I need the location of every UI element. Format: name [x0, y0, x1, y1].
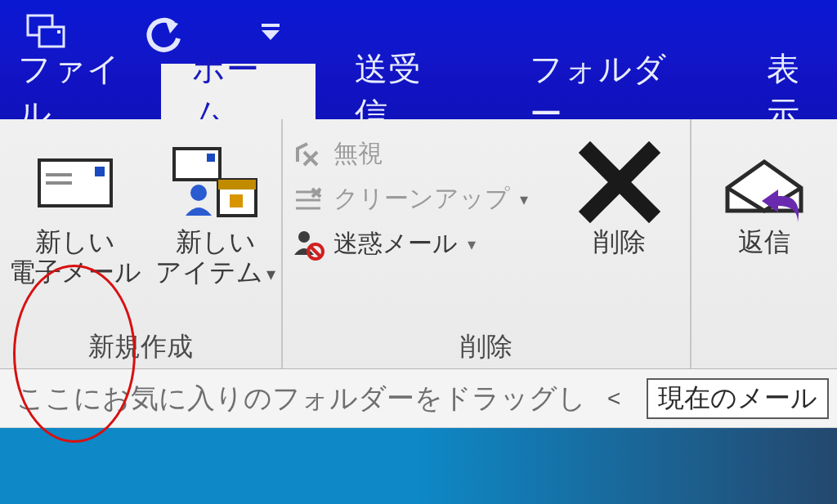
envelope-icon: [36, 137, 114, 227]
search-scope-dropdown[interactable]: 現在のメール: [647, 378, 829, 419]
new-items-icon: [171, 137, 261, 227]
svg-rect-8: [174, 149, 220, 180]
svg-rect-5: [95, 167, 105, 176]
cleanup-label: クリーンアップ: [333, 182, 510, 216]
tab-home[interactable]: ホーム: [161, 64, 316, 119]
ignore-label: 無視: [333, 137, 383, 171]
group-delete-title: 削除: [293, 329, 680, 365]
delete-x-icon: [579, 137, 660, 227]
tab-folder[interactable]: フォルダー: [505, 64, 709, 119]
chevron-down-icon: ▾: [468, 234, 476, 254]
new-email-label-1: 新しい: [35, 227, 115, 256]
new-items-label-2: アイテム: [155, 257, 263, 287]
svg-rect-3: [262, 24, 280, 27]
svg-rect-9: [207, 154, 215, 162]
tab-view[interactable]: 表示: [742, 64, 837, 119]
new-items-label-1: 新しい: [176, 227, 256, 256]
favorites-placeholder: ここにお気に入りのフォルダーをドラッグし: [16, 380, 586, 417]
svg-point-10: [190, 185, 207, 201]
folder-list-area: [0, 428, 837, 504]
svg-rect-2: [57, 30, 60, 33]
junk-button[interactable]: 迷惑メール ▾: [293, 227, 544, 261]
group-respond: 返信: [692, 119, 837, 368]
reply-button[interactable]: 返信: [701, 134, 827, 257]
search-scope-label: 現在のメール: [658, 381, 817, 417]
cleanup-button[interactable]: クリーンアップ ▾: [293, 182, 544, 216]
group-new: 新しい 電子メール: [0, 119, 283, 368]
delete-label: 削除: [593, 227, 646, 256]
ignore-button[interactable]: 無視: [293, 137, 544, 171]
new-items-button[interactable]: 新しい アイテム▾: [155, 134, 275, 288]
customize-qat-button[interactable]: [260, 24, 281, 40]
junk-label: 迷惑メール: [333, 227, 458, 261]
reply-icon: [719, 137, 809, 227]
new-email-button[interactable]: 新しい 電子メール: [10, 134, 141, 288]
svg-rect-12: [218, 180, 256, 190]
svg-point-14: [298, 231, 310, 243]
tab-send-receive[interactable]: 送受信: [330, 64, 471, 119]
junk-icon: [293, 229, 324, 260]
new-email-label-2: 電子メール: [9, 257, 141, 287]
svg-rect-13: [230, 194, 243, 207]
delete-button[interactable]: 削除: [558, 134, 680, 257]
group-delete: 無視 クリーンアップ ▾: [283, 119, 692, 368]
ignore-icon: [293, 140, 324, 168]
cleanup-icon: [293, 185, 324, 213]
ribbon-tabs: ファイル ホーム 送受信 フォルダー 表示: [0, 64, 837, 119]
chevron-down-icon: ▾: [520, 190, 528, 209]
group-respond-title: [701, 335, 827, 365]
collapse-chevron[interactable]: <: [607, 386, 620, 412]
favorites-bar: ここにお気に入りのフォルダーをドラッグし < 現在のメール: [0, 369, 837, 428]
app-icon[interactable]: [28, 16, 67, 48]
group-new-title: 新規作成: [10, 329, 271, 365]
undo-button[interactable]: [141, 16, 186, 48]
reply-label: 返信: [738, 227, 790, 256]
ribbon: 新しい 電子メール: [0, 119, 837, 369]
tab-file[interactable]: ファイル: [0, 64, 161, 119]
svg-rect-1: [39, 27, 64, 47]
svg-line-16: [310, 246, 321, 257]
